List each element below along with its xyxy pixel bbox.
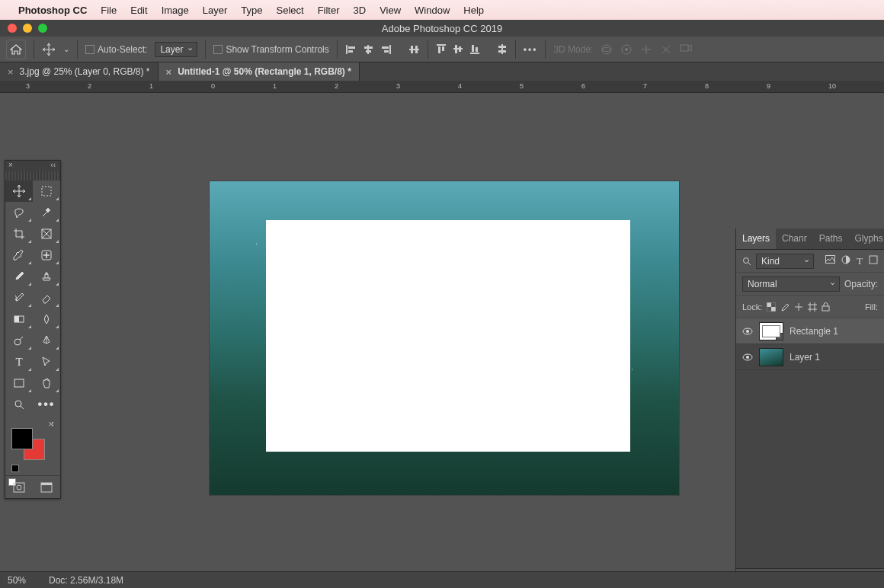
lock-position-icon[interactable] [794,302,803,312]
filter-adjustment-icon[interactable] [841,255,850,267]
move-tool[interactable] [5,181,33,202]
visibility-toggle-icon[interactable] [742,328,753,335]
slide-3d-icon[interactable] [660,43,672,56]
search-icon[interactable] [742,257,751,266]
lock-transparency-icon[interactable] [767,302,776,312]
zoom-tool[interactable] [5,394,33,415]
quick-mask-icon[interactable] [13,482,25,493]
menu-image[interactable]: Image [162,5,189,16]
lasso-tool[interactable] [5,202,33,223]
show-transform-checkbox[interactable]: Show Transform Controls [213,44,328,55]
eraser-tool[interactable] [33,287,60,308]
document-tabs: × 3.jpg @ 25% (Layer 0, RGB/8) * × Untit… [0,62,884,81]
document-tab[interactable]: × 3.jpg @ 25% (Layer 0, RGB/8) * [0,62,159,81]
menu-3d[interactable]: 3D [354,5,367,16]
collapse-panel-icon[interactable]: ‹‹ [50,161,56,169]
distribute-icon[interactable] [408,44,420,55]
close-window-button[interactable] [8,24,17,33]
screen-mode-icon[interactable] [40,482,53,493]
eyedropper-tool[interactable] [5,244,33,266]
layer-thumbnail[interactable] [759,322,783,340]
path-selection-tool[interactable] [33,351,60,372]
doc-size-label[interactable]: Doc: 2.56M/3.18M [49,575,123,586]
filter-pixel-icon[interactable] [825,255,835,267]
ruler-horizontal[interactable]: 3 2 1 0 1 2 3 4 5 6 7 8 9 10 [0,81,884,93]
close-panel-icon[interactable]: × [8,161,13,169]
frame-tool[interactable] [33,223,60,244]
menu-select[interactable]: Select [276,5,303,16]
crop-tool[interactable] [5,223,33,244]
tab-layers[interactable]: Layers [736,228,776,249]
more-options-icon[interactable]: ••• [524,44,538,55]
pan-3d-icon[interactable] [640,43,652,56]
tab-glyphs[interactable]: Glyphs [848,228,884,249]
orbit-3d-icon[interactable] [601,43,613,56]
lock-artboard-icon[interactable] [808,302,817,312]
foreground-color-swatch[interactable] [11,428,33,449]
layer-name[interactable]: Rectangle 1 [790,326,838,337]
filter-type-icon[interactable]: T [857,255,863,267]
layer-name[interactable]: Layer 1 [790,352,820,363]
clone-stamp-tool[interactable] [33,266,60,287]
tool-preset-dropdown-icon[interactable]: ⌄ [63,45,69,53]
menu-view[interactable]: View [380,5,401,16]
menu-file[interactable]: File [101,5,117,16]
rectangle-tool[interactable] [5,372,33,394]
tab-paths[interactable]: Paths [813,228,849,249]
zoom-level[interactable]: 50% [8,575,26,586]
menu-window[interactable]: Window [415,5,450,16]
auto-select-checkbox[interactable]: Auto-Select: [85,44,147,55]
zoom-window-button[interactable] [38,24,47,33]
menu-help[interactable]: Help [463,5,484,16]
filter-shape-icon[interactable] [869,255,878,267]
layer-row[interactable]: Rectangle 1 [736,318,884,344]
hand-tool[interactable] [33,372,60,394]
roll-3d-icon[interactable] [620,43,633,56]
menubar-app-name[interactable]: Photoshop CC [18,5,87,16]
document-tab[interactable]: × Untitled-1 @ 50% (Rectangle 1, RGB/8) … [159,62,360,81]
align-bottom-icon[interactable] [469,43,480,55]
minimize-window-button[interactable] [23,24,32,33]
tools-panel-header[interactable]: ×‹‹ [5,161,60,171]
close-tab-icon[interactable]: × [166,66,172,78]
camera-3d-icon[interactable] [680,43,692,56]
layer-filter-kind-select[interactable]: Kind [756,254,814,269]
menu-layer[interactable]: Layer [203,5,228,16]
blend-mode-select[interactable]: Normal [742,276,840,292]
marquee-tool[interactable] [33,181,60,202]
edit-toolbar-button[interactable]: ••• [33,394,60,415]
healing-brush-tool[interactable] [33,244,60,266]
brush-tool[interactable] [5,266,33,287]
canvas-rectangle-shape[interactable] [266,220,630,452]
align-vcenter-icon[interactable] [453,43,463,55]
align-left-icon[interactable] [345,44,357,55]
default-colors-icon[interactable] [11,462,19,469]
align-hcenter-icon[interactable] [363,44,374,55]
lock-pixels-icon[interactable] [780,302,790,312]
tab-channels[interactable]: Chanr [776,228,813,249]
menu-edit[interactable]: Edit [130,5,147,16]
home-button[interactable] [6,40,26,59]
magic-wand-tool[interactable] [33,202,60,223]
history-brush-tool[interactable] [5,287,33,308]
gradient-tool[interactable] [5,308,33,330]
dodge-tool[interactable] [5,330,33,351]
vdistribute-icon[interactable] [497,43,508,55]
menu-type[interactable]: Type [241,5,262,16]
layer-row[interactable]: Layer 1 [736,344,884,370]
blur-tool[interactable] [33,308,60,330]
type-tool[interactable]: T [5,351,33,372]
swap-colors-icon[interactable]: ⤭ [11,420,54,428]
close-tab-icon[interactable]: × [8,66,14,78]
options-bar: ⌄ Auto-Select: Layer Show Transform Cont… [0,37,884,62]
svg-rect-44 [870,256,877,264]
panel-drag-handle[interactable] [5,171,60,181]
layer-thumbnail[interactable] [759,348,783,366]
pen-tool[interactable] [33,330,60,351]
lock-all-icon[interactable] [822,302,830,312]
visibility-toggle-icon[interactable] [742,353,753,361]
align-right-icon[interactable] [380,44,392,55]
menu-filter[interactable]: Filter [318,5,340,16]
align-top-icon[interactable] [436,43,447,55]
auto-select-scope-select[interactable]: Layer [155,42,197,57]
